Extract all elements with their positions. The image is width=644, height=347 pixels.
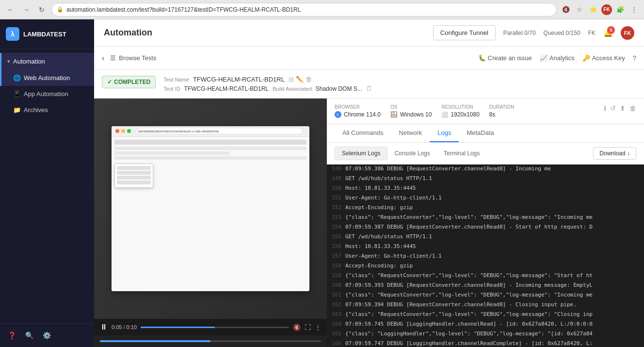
log-line-number: 154 [331,223,345,231]
queued-info: Queued 0/150 [544,30,580,36]
share-icon[interactable]: ⬆ [620,104,626,112]
log-line-text: {"class": "RequestConverter","log-level"… [345,214,640,222]
url-text: automation.lambdatest.com/test?build=171… [66,6,301,13]
log-line: 15407:09:59.387 DEBUG [RequestConverter.… [327,223,644,232]
edit-icon[interactable]: ✏️ [296,76,304,83]
sidebar-item-app-automation[interactable]: 📱 App Automation [0,86,94,102]
logo-icon: λ [6,27,19,41]
mock-menu-item-2 [117,171,151,175]
sub-header: ‹ ☰ Browse Tests 🐛 Create an issue 📈 Ana… [94,47,644,70]
log-line: 155GET /wd/hub/status HTTP/1.1 [327,232,644,242]
log-line-text: 07:09:59.747 DEBUG [LoggingHandler.chann… [345,340,640,347]
test-meta: Test Name TFWCG-HEALM-RCATL-BD1RL ⊟ ✏️ 🗑… [163,76,636,92]
log-line: 149GET /wd/hub/status HTTP/1.1 [327,174,644,184]
video-more-options-button[interactable]: ⋮ [315,324,321,331]
download-button[interactable]: Download ↓ [593,147,636,160]
log-line-number: 158 [331,262,345,270]
bookmark-icon[interactable]: ☆ [574,4,585,15]
video-timeline [94,335,327,347]
sidebar-item-automation[interactable]: ▾ Automation [0,53,94,70]
copy-icon[interactable]: ⊟ [289,76,294,83]
help-button[interactable]: ? [633,54,636,62]
copy-build-icon[interactable]: 🗒 [366,85,372,92]
page-title: Automation [104,28,425,38]
log-line-number: 150 [331,184,345,193]
browser-meta-value: Chrome 114.0 [344,111,381,118]
mock-menu-item-4 [117,181,151,184]
log-line-text: Host: 10.81.33.35:4445 [345,243,640,251]
back-navigation-button[interactable]: ‹ [102,54,104,63]
web-automation-icon: 🌐 [13,74,21,82]
log-line-text: 07:09:59.387 DEBUG [RequestConverter.cha… [345,223,640,231]
chrome-menu-icon[interactable]: ⋮ [628,4,639,15]
mock-dropdown-menu [114,164,153,188]
log-line-text: 07:09:59.393 DEBUG [RequestConverter.cha… [345,281,640,290]
log-line-text: {"class": "RequestConverter","log-level"… [345,291,640,299]
notification-button[interactable]: 🔔 5 [603,28,613,37]
timeline-bar[interactable] [100,340,321,342]
tab-selenium-logs[interactable]: Selenium Logs [335,147,387,160]
log-line-text: User-Agent: Go-http-client/1.1 [345,194,640,202]
user-avatar[interactable]: FK [621,26,634,40]
tab-all-commands[interactable]: All Commands [335,124,391,142]
log-line-number: 156 [331,243,345,251]
log-line-number: 149 [331,175,345,183]
log-content[interactable]: 14807:09:59.386 DEBUG [RequestConverter.… [327,165,644,347]
mute-tab-icon[interactable]: 🔇 [561,4,571,15]
log-line: 161{"class": "RequestConverter","log-lev… [327,291,644,300]
reload-icon[interactable]: ↺ [610,104,616,112]
back-button[interactable]: ← [5,4,16,16]
mock-content-line-1 [114,147,306,150]
extensions-icon[interactable]: 🧩 [615,4,626,15]
mock-browser-titlebar: lambdatesttom/demo/selenium-c-ide-delete… [112,126,309,137]
user-profile-icon[interactable]: FK [601,4,612,15]
log-line-text: 07:09:59.386 DEBUG [RequestConverter.cha… [345,165,640,173]
split-content: lambdatesttom/demo/selenium-c-ide-delete… [94,99,644,347]
play-pause-button[interactable]: ⏸ [100,323,108,331]
tab-console-logs[interactable]: Console Logs [387,147,436,160]
windows-icon: 🪟 [390,111,398,118]
tab-logs[interactable]: Logs [430,124,459,142]
delete-icon[interactable]: 🗑 [306,76,312,83]
mock-menu-item-3 [117,176,151,180]
video-progress-bar[interactable] [141,327,289,328]
refresh-button[interactable]: ↻ [36,4,48,16]
tab-metadata[interactable]: MetaData [459,124,501,142]
fullscreen-button[interactable]: ⛶ [305,324,311,331]
tab-terminal-logs[interactable]: Terminal Logs [437,147,487,160]
sidebar-logo: λ LAMBDATEST [0,19,94,49]
mute-button[interactable]: 🔇 [293,324,301,331]
sidebar-item-web-automation[interactable]: 🌐 Web Automation [0,70,94,86]
configure-tunnel-button[interactable]: Configure Tunnel [433,25,496,40]
help-icon[interactable]: ❓ [5,329,18,342]
create-issue-button[interactable]: 🐛 Create an issue [478,54,532,62]
browse-tests-button[interactable]: ☰ Browse Tests [110,54,156,62]
automation-label: Automation [13,58,45,65]
log-line-text: GET /wd/hub/status HTTP/1.1 [345,233,640,241]
log-line: 163{"class": "RequestConverter","log-lev… [327,310,644,320]
star-icon[interactable]: ⭐ [588,4,598,15]
url-bar[interactable]: 🔒 automation.lambdatest.com/test?build=1… [51,3,557,17]
search-icon[interactable]: 🔍 [22,329,36,342]
os-meta-value-row: 🪟 Windows 10 [390,111,432,118]
sidebar: λ LAMBDATEST ▾ Automation 🌐 Web Automati… [0,19,94,347]
mock-content-line-3 [114,156,306,160]
access-key-button[interactable]: 🔑 Access Key [582,54,625,62]
forward-button[interactable]: → [20,4,32,16]
tab-network[interactable]: Network [391,124,430,142]
browser-bar: ← → ↻ 🔒 automation.lambdatest.com/test?b… [0,0,644,19]
log-meta-bar: Browser C Chrome 114.0 OS 🪟 Windows 10 [327,99,644,124]
test-id-label: Test ID [163,86,180,92]
log-line: 16607:09:59.747 DEBUG [LoggingHandler.ch… [327,339,644,347]
chrome-icon: C [335,111,341,118]
log-line-number: 148 [331,165,345,173]
log-line-text: 07:09:59.394 DEBUG [RequestConverter.cha… [345,301,640,309]
log-line-text: Accept-Encoding: gzip [345,262,640,270]
test-name-value: TFWCG-HEALM-RCATL-BD1RL [193,76,285,83]
analytics-button[interactable]: 📈 Analytics [540,54,575,62]
duration-meta-value-row: 8s [489,111,514,118]
sidebar-item-archives[interactable]: 📁 Archives [0,102,94,118]
trash-icon[interactable]: 🗑 [629,104,636,112]
settings-icon[interactable]: ⚙️ [40,329,53,342]
info-icon[interactable]: ℹ [604,104,606,112]
